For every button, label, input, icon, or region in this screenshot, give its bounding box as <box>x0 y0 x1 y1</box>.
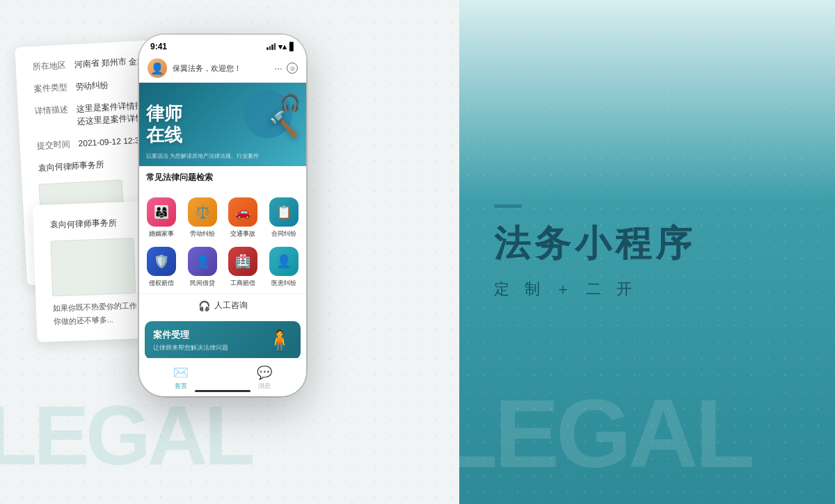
icon-traffic[interactable]: 🚗 交通事故 <box>225 195 262 241</box>
icon-contract[interactable]: 📋 合同纠纷 <box>266 195 303 241</box>
avatar-icon: 👤 <box>150 62 164 75</box>
case-card-desc: 让律师来帮您解决法律问题 <box>153 343 228 352</box>
notification-bar: 👤 保翼法务，欢迎您！ ··· ◎ <box>139 54 306 83</box>
icon-medical-symbol: 👤 <box>276 254 292 269</box>
icon-marriage-label: 婚姻家事 <box>149 229 174 238</box>
message-icon: 💬 <box>257 365 272 380</box>
icon-traffic-label: 交通事故 <box>230 229 255 238</box>
accent-bar <box>494 204 522 208</box>
icon-traffic-circle: 🚗 <box>228 197 257 227</box>
wifi-icon: ▾▴ <box>278 42 287 51</box>
icon-medical-label: 医患纠纷 <box>271 279 296 288</box>
icon-business-label: 工商赔偿 <box>230 279 255 288</box>
background-letters: LEGAL <box>459 377 751 490</box>
icon-lending-circle: 👤 <box>188 247 217 276</box>
circle-icon[interactable]: ◎ <box>287 63 298 74</box>
field-label-location: 所在地区 <box>32 58 74 73</box>
banner-text-block: 律师 在线 <box>146 103 182 146</box>
status-time: 9:41 <box>150 42 167 51</box>
icon-business-circle: 🏥 <box>228 247 257 276</box>
left-panel: 所在地区 河南省 郑州市 金水区 案件类型 劳动纠纷 详情描述 这里是案件详情描… <box>0 0 459 504</box>
icon-medical-circle: 👤 <box>269 247 299 276</box>
doc-image-front <box>50 238 136 296</box>
signal-bar-3 <box>271 44 273 50</box>
signal-bar-2 <box>269 46 271 50</box>
more-icon[interactable]: ··· <box>274 63 283 74</box>
notif-action-icons: ··· ◎ <box>274 63 298 74</box>
status-bar: 9:41 ▾▴ ▋ <box>139 35 306 54</box>
status-icons: ▾▴ ▋ <box>267 42 295 51</box>
home-icon: ✉️ <box>173 365 189 380</box>
banner-title-line1: 律师 <box>146 103 182 124</box>
consult-row[interactable]: 🎧 人工咨询 <box>139 293 306 317</box>
consult-text: 人工咨询 <box>214 300 248 311</box>
icon-lending-symbol: 👤 <box>195 254 210 269</box>
headset-icon: 🎧 <box>198 300 210 311</box>
icon-marriage[interactable]: 👨‍👩‍👧 婚姻家事 <box>143 195 180 241</box>
signal-icon <box>267 43 276 50</box>
signal-bar-4 <box>274 43 276 50</box>
icon-business-symbol: 🏥 <box>235 254 250 269</box>
sub-title: 定 制 ＋ 二 开 <box>494 279 637 300</box>
icon-tort-circle: 🛡️ <box>147 247 176 276</box>
phone-frame: 9:41 ▾▴ ▋ 👤 保翼法务，欢迎您！ <box>139 35 306 396</box>
hero-banner: 律师 在线 🔨 🎧 以案说法 为您解读房地产法律法规、行业案件 <box>139 83 306 166</box>
nav-messages-label: 消息 <box>258 382 271 391</box>
icon-labor-symbol: ⚖️ <box>195 204 210 220</box>
icon-labor-circle: ⚖️ <box>188 197 217 227</box>
signal-bar-1 <box>267 47 269 50</box>
icon-business[interactable]: 🏥 工商赔偿 <box>225 244 262 291</box>
icon-tort-symbol: 🛡️ <box>154 254 169 269</box>
search-section-title: 常见法律问题检索 <box>146 172 299 184</box>
icon-medical[interactable]: 👤 医患纠纷 <box>266 244 303 291</box>
avatar: 👤 <box>148 58 167 78</box>
icon-contract-symbol: 📋 <box>276 204 292 220</box>
icon-traffic-symbol: 🚗 <box>235 204 250 220</box>
case-card-title: 案件受理 <box>153 329 228 341</box>
case-figure-icon: 🧍 <box>267 328 292 352</box>
icon-contract-label: 合同纠纷 <box>271 229 296 238</box>
headphone-icon: 🎧 <box>280 93 301 113</box>
icon-marriage-symbol: 👨‍👩‍👧 <box>154 204 169 220</box>
banner-title-line2: 在线 <box>146 124 182 146</box>
battery-icon: ▋ <box>289 42 295 51</box>
field-label-type: 案件类型 <box>33 81 76 95</box>
nav-home-label: 首页 <box>175 382 187 391</box>
gavel-icon: 🔨 <box>268 110 299 139</box>
main-title: 法务小程序 <box>494 222 696 265</box>
banner-subtitle: 以案说法 为您解读房地产法律法规、行业案件 <box>146 148 299 161</box>
watermark-text: LEGAL <box>0 387 252 483</box>
phone-mockup: 9:41 ▾▴ ▋ 👤 保翼法务，欢迎您！ <box>139 35 306 396</box>
right-panel: 法务小程序 定 制 ＋ 二 开 LEGAL <box>459 0 835 504</box>
field-label-desc: 详情描述 <box>35 103 78 130</box>
case-card-info: 案件受理 让律师来帮您解决法律问题 <box>153 329 228 352</box>
case-card[interactable]: 案件受理 让律师来帮您解决法律问题 🧍 <box>145 321 301 359</box>
icon-contract-circle: 📋 <box>269 197 299 227</box>
icon-labor-label: 劳动纠纷 <box>190 229 215 238</box>
home-indicator <box>195 390 250 392</box>
notification-text: 保翼法务，欢迎您！ <box>173 63 269 74</box>
icon-marriage-circle: 👨‍👩‍👧 <box>147 197 176 227</box>
icon-tort[interactable]: 🛡️ 侵权赔偿 <box>143 244 180 291</box>
field-label-time: 提交时间 <box>36 138 79 152</box>
icon-labor[interactable]: ⚖️ 劳动纠纷 <box>184 195 221 241</box>
search-section: 常见法律问题检索 <box>139 166 306 195</box>
icon-grid-row1: 👨‍👩‍👧 婚姻家事 ⚖️ 劳动纠纷 🚗 交通事故 <box>139 195 306 241</box>
icon-lending-label: 民间借贷 <box>190 279 215 288</box>
icon-grid-row2: 🛡️ 侵权赔偿 👤 民间借贷 🏥 工商赔偿 <box>139 244 306 291</box>
icon-tort-label: 侵权赔偿 <box>149 279 174 288</box>
icon-lending[interactable]: 👤 民间借贷 <box>184 244 221 291</box>
